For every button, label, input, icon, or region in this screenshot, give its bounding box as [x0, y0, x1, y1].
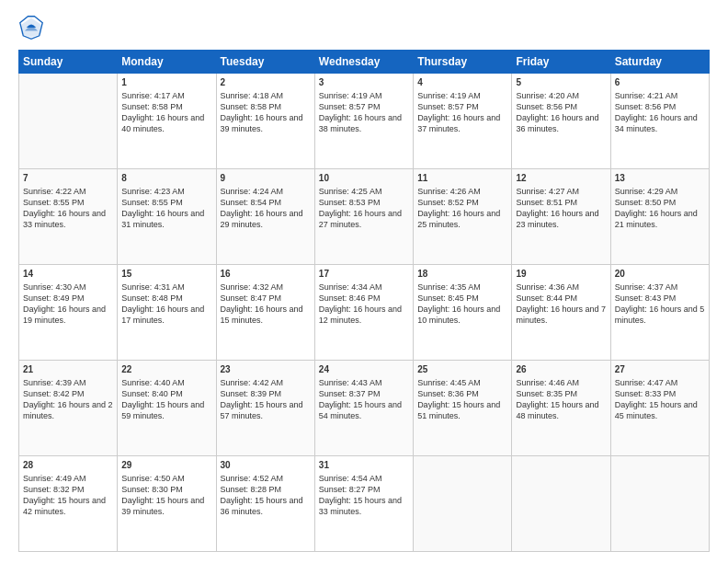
day-sunrise: Sunrise: 4:32 AM: [221, 282, 311, 293]
day-sunset: Sunset: 8:55 PM: [121, 197, 211, 208]
day-daylight: Daylight: 16 hours and 17 minutes.: [121, 304, 211, 326]
calendar-day: 13Sunrise: 4:29 AMSunset: 8:50 PMDayligh…: [610, 169, 709, 265]
day-sunrise: Sunrise: 4:42 AM: [221, 377, 311, 388]
calendar-header-tuesday: Tuesday: [216, 51, 314, 74]
day-daylight: Daylight: 16 hours and 27 minutes.: [319, 208, 409, 230]
day-number: 14: [23, 268, 113, 281]
day-number: 31: [319, 459, 409, 472]
calendar-day: 31Sunrise: 4:54 AMSunset: 8:27 PMDayligh…: [314, 456, 413, 552]
calendar-day: 24Sunrise: 4:43 AMSunset: 8:37 PMDayligh…: [314, 361, 413, 456]
calendar-week-1: 1Sunrise: 4:17 AMSunset: 8:58 PMDaylight…: [19, 74, 710, 169]
day-daylight: Daylight: 15 hours and 45 minutes.: [615, 399, 705, 421]
day-number: 18: [417, 268, 507, 281]
calendar-header-wednesday: Wednesday: [314, 51, 413, 74]
day-sunset: Sunset: 8:42 PM: [23, 388, 113, 399]
calendar-header-sunday: Sunday: [19, 51, 118, 74]
day-daylight: Daylight: 16 hours and 15 minutes.: [221, 304, 311, 326]
day-number: 23: [221, 363, 311, 376]
day-number: 9: [221, 172, 311, 185]
day-sunrise: Sunrise: 4:45 AM: [417, 377, 507, 388]
day-daylight: Daylight: 15 hours and 48 minutes.: [516, 399, 606, 421]
day-number: 5: [516, 76, 606, 89]
day-number: 7: [23, 172, 113, 185]
day-sunset: Sunset: 8:51 PM: [516, 197, 606, 208]
day-number: 10: [319, 172, 409, 185]
day-sunrise: Sunrise: 4:23 AM: [121, 186, 211, 197]
day-sunset: Sunset: 8:53 PM: [319, 197, 409, 208]
day-daylight: Daylight: 16 hours and 12 minutes.: [319, 304, 409, 326]
calendar-day: [414, 456, 512, 552]
day-daylight: Daylight: 16 hours and 33 minutes.: [23, 208, 113, 230]
day-sunset: Sunset: 8:37 PM: [319, 388, 409, 399]
day-daylight: Daylight: 15 hours and 54 minutes.: [319, 399, 409, 421]
day-daylight: Daylight: 15 hours and 59 minutes.: [121, 399, 211, 421]
day-sunset: Sunset: 8:43 PM: [615, 293, 705, 304]
calendar-day: 2Sunrise: 4:18 AMSunset: 8:58 PMDaylight…: [216, 74, 314, 169]
day-sunset: Sunset: 8:56 PM: [615, 101, 705, 112]
calendar-day: 14Sunrise: 4:30 AMSunset: 8:49 PMDayligh…: [19, 265, 118, 361]
day-number: 27: [615, 363, 705, 376]
day-number: 25: [417, 363, 507, 376]
day-sunrise: Sunrise: 4:37 AM: [615, 282, 705, 293]
day-daylight: Daylight: 16 hours and 38 minutes.: [319, 112, 409, 134]
day-daylight: Daylight: 16 hours and 19 minutes.: [23, 304, 113, 326]
calendar-header-saturday: Saturday: [610, 51, 709, 74]
day-sunrise: Sunrise: 4:21 AM: [615, 90, 705, 101]
calendar-day: 7Sunrise: 4:22 AMSunset: 8:55 PMDaylight…: [19, 169, 118, 265]
day-daylight: Daylight: 15 hours and 36 minutes.: [221, 495, 311, 517]
day-sunrise: Sunrise: 4:31 AM: [121, 282, 211, 293]
logo-icon: [18, 15, 44, 40]
day-number: 12: [516, 172, 606, 185]
calendar-day: 25Sunrise: 4:45 AMSunset: 8:36 PMDayligh…: [414, 361, 512, 456]
day-number: 29: [121, 459, 211, 472]
day-number: 28: [23, 459, 113, 472]
day-sunrise: Sunrise: 4:43 AM: [319, 377, 409, 388]
calendar-day: 22Sunrise: 4:40 AMSunset: 8:40 PMDayligh…: [118, 361, 216, 456]
day-sunrise: Sunrise: 4:52 AM: [221, 473, 311, 484]
day-sunset: Sunset: 8:28 PM: [221, 484, 311, 495]
calendar-week-3: 14Sunrise: 4:30 AMSunset: 8:49 PMDayligh…: [19, 265, 710, 361]
calendar-header-thursday: Thursday: [414, 51, 512, 74]
calendar-day: 9Sunrise: 4:24 AMSunset: 8:54 PMDaylight…: [216, 169, 314, 265]
page: SundayMondayTuesdayWednesdayThursdayFrid…: [0, 0, 728, 563]
day-sunset: Sunset: 8:50 PM: [615, 197, 705, 208]
calendar-day: 12Sunrise: 4:27 AMSunset: 8:51 PMDayligh…: [512, 169, 610, 265]
calendar-day: 30Sunrise: 4:52 AMSunset: 8:28 PMDayligh…: [216, 456, 314, 552]
day-daylight: Daylight: 16 hours and 25 minutes.: [417, 208, 507, 230]
calendar-week-4: 21Sunrise: 4:39 AMSunset: 8:42 PMDayligh…: [19, 361, 710, 456]
day-sunset: Sunset: 8:52 PM: [417, 197, 507, 208]
day-number: 22: [121, 363, 211, 376]
calendar-day: 21Sunrise: 4:39 AMSunset: 8:42 PMDayligh…: [19, 361, 118, 456]
day-number: 20: [615, 268, 705, 281]
day-number: 4: [417, 76, 507, 89]
calendar-day: 1Sunrise: 4:17 AMSunset: 8:58 PMDaylight…: [118, 74, 216, 169]
day-daylight: Daylight: 15 hours and 39 minutes.: [121, 495, 211, 517]
day-daylight: Daylight: 16 hours and 21 minutes.: [615, 208, 705, 230]
day-sunrise: Sunrise: 4:47 AM: [615, 377, 705, 388]
calendar-day: 23Sunrise: 4:42 AMSunset: 8:39 PMDayligh…: [216, 361, 314, 456]
day-number: 8: [121, 172, 211, 185]
day-number: 11: [417, 172, 507, 185]
day-sunrise: Sunrise: 4:35 AM: [417, 282, 507, 293]
calendar-week-2: 7Sunrise: 4:22 AMSunset: 8:55 PMDaylight…: [19, 169, 710, 265]
day-sunset: Sunset: 8:54 PM: [221, 197, 311, 208]
day-daylight: Daylight: 16 hours and 31 minutes.: [121, 208, 211, 230]
day-sunrise: Sunrise: 4:50 AM: [121, 473, 211, 484]
day-sunset: Sunset: 8:46 PM: [319, 293, 409, 304]
day-sunrise: Sunrise: 4:26 AM: [417, 186, 507, 197]
day-sunset: Sunset: 8:35 PM: [516, 388, 606, 399]
calendar-day: 18Sunrise: 4:35 AMSunset: 8:45 PMDayligh…: [414, 265, 512, 361]
day-sunset: Sunset: 8:56 PM: [516, 101, 606, 112]
day-sunrise: Sunrise: 4:19 AM: [417, 90, 507, 101]
day-sunrise: Sunrise: 4:46 AM: [516, 377, 606, 388]
day-sunset: Sunset: 8:47 PM: [221, 293, 311, 304]
day-number: 2: [221, 76, 311, 89]
day-sunset: Sunset: 8:39 PM: [221, 388, 311, 399]
day-sunrise: Sunrise: 4:39 AM: [23, 377, 113, 388]
day-sunset: Sunset: 8:55 PM: [23, 197, 113, 208]
calendar-day: 26Sunrise: 4:46 AMSunset: 8:35 PMDayligh…: [512, 361, 610, 456]
day-sunset: Sunset: 8:32 PM: [23, 484, 113, 495]
day-sunset: Sunset: 8:40 PM: [121, 388, 211, 399]
day-sunrise: Sunrise: 4:22 AM: [23, 186, 113, 197]
day-sunset: Sunset: 8:45 PM: [417, 293, 507, 304]
